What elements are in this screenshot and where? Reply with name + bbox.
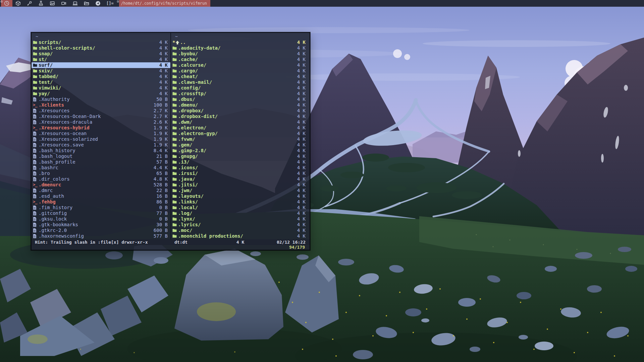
- file-row[interactable]: >_ * .claws-mail/ 4 K: [171, 79, 310, 85]
- file-row[interactable]: >_ * .Xauthority 50 B: [32, 97, 170, 102]
- tag-2[interactable]: [12, 0, 24, 7]
- file-row[interactable]: >_ * .layouts/ 4 K: [171, 193, 310, 199]
- file-row[interactable]: >_ * .lyrics/ 4 K: [171, 222, 310, 228]
- file-row[interactable]: >_ * .cache/ 4 K: [171, 57, 310, 62]
- file-row[interactable]: >_ * .electron/ 4 K: [171, 125, 310, 131]
- file-row[interactable]: >_ * st/ 4 K: [32, 57, 170, 62]
- file-row[interactable]: >_ * vimwiki/ 4 K: [32, 85, 170, 91]
- file-row[interactable]: >_ * .gnupg/ 4 K: [171, 154, 310, 159]
- file-row[interactable]: >_ * .dbus/ 4 K: [171, 97, 310, 102]
- file-row[interactable]: >_ * .Xresources-hybrid 1.9 K: [32, 125, 170, 131]
- tag-9[interactable]: [92, 0, 104, 7]
- file-name: .lyrics/: [178, 222, 297, 228]
- file-row[interactable]: >_ * .bro 65 B: [32, 171, 170, 176]
- file-row[interactable]: >_ * .electron-gyp/ 4 K: [171, 131, 310, 136]
- file-row[interactable]: >_ * .fim_history 0 B: [32, 205, 170, 210]
- folder-icon: [172, 155, 178, 158]
- file-name: .bash_logout: [39, 154, 156, 159]
- layout-indicator[interactable]: []=: [106, 1, 114, 6]
- file-row[interactable]: >_ * snap/ 4 K: [32, 51, 170, 57]
- file-row[interactable]: >_ * .crossftp/ 4 K: [171, 91, 310, 97]
- file-row[interactable]: >_ * .dmrc 22 B: [32, 188, 170, 193]
- file-row[interactable]: >_ * scripts/ 4 K: [32, 40, 170, 45]
- file-icon: [33, 223, 38, 227]
- file-row[interactable]: >_ * .Xclients 100 B: [32, 102, 170, 108]
- left-file-list[interactable]: >_ * scripts/ 4 K >_ *: [32, 40, 170, 239]
- right-pane[interactable]: ~ >_ * .. 4 K: [171, 33, 310, 239]
- file-row[interactable]: >_ * .dmenu/ 4 K: [171, 102, 310, 108]
- file-row[interactable]: >_ * .log/ 4 K: [171, 210, 310, 216]
- file-row[interactable]: >_ * .moc/ 4 K: [171, 228, 310, 233]
- file-row[interactable]: >_ * .. 4 K: [171, 40, 310, 45]
- file-row[interactable]: >_ * .links/ 4 K: [171, 199, 310, 205]
- tag-1[interactable]: [1, 0, 12, 7]
- file-row[interactable]: >_ * .gimp-2.8/ 4 K: [171, 148, 310, 154]
- file-row[interactable]: >_ * .byobu/ 4 K: [171, 51, 310, 57]
- file-row[interactable]: >_ * .bash_history 8.4 K: [32, 148, 170, 154]
- file-row[interactable]: >_ * tabbed/ 4 K: [32, 74, 170, 79]
- file-name: .dwm/: [178, 119, 297, 125]
- tag-7[interactable]: [69, 0, 81, 7]
- file-row[interactable]: >_ * .dropbox/ 4 K: [171, 108, 310, 114]
- up-arrow-icon: *: [172, 40, 180, 45]
- file-row[interactable]: >_ * .local/ 4 K: [171, 205, 310, 210]
- file-row[interactable]: >_ * .haxornewsconfig 577 B: [32, 233, 170, 239]
- file-icon: [33, 154, 38, 159]
- file-row[interactable]: >_ * .fehbg 86 B: [32, 199, 170, 205]
- file-row[interactable]: >_ * .lynx/ 4 K: [171, 216, 310, 222]
- file-row[interactable]: >_ * .Xresources-solarized 1.9 K: [32, 136, 170, 142]
- file-row[interactable]: >_ * .Xresources-dracula 2.6 K: [32, 119, 170, 125]
- file-row[interactable]: >_ * .fvwm/ 4 K: [171, 136, 310, 142]
- tag-6[interactable]: [58, 0, 69, 7]
- file-row[interactable]: >_ * .icons/ 4 K: [171, 165, 310, 171]
- file-row[interactable]: >_ * .cheat/ 4 K: [171, 74, 310, 79]
- file-row[interactable]: >_ * .Xresources-Ocean-Dark 2.7 K: [32, 114, 170, 119]
- file-row[interactable]: >_ * .config/ 4 K: [171, 85, 310, 91]
- tag-8[interactable]: [81, 0, 92, 7]
- file-row[interactable]: >_ * .dropbox-dist/ 4 K: [171, 114, 310, 119]
- file-row[interactable]: >_ * .moonchild productions/ 4 K: [171, 233, 310, 239]
- file-icon: [33, 160, 38, 164]
- right-file-list[interactable]: >_ * .. 4 K >_ *: [171, 40, 310, 239]
- file-row[interactable]: >_ * .jwm/ 4 K: [171, 188, 310, 193]
- file-row[interactable]: >_ * .java/ 4 K: [171, 176, 310, 182]
- file-row[interactable]: >_ * .Xresources.save 1.9 K: [32, 142, 170, 148]
- tag-3[interactable]: [24, 0, 35, 7]
- file-size: 4 K: [297, 114, 306, 119]
- folder-icon: [172, 69, 178, 73]
- file-row[interactable]: >_ * .bash_profile 57 B: [32, 159, 170, 165]
- file-size: 100 B: [154, 102, 168, 108]
- file-row[interactable]: >_ * .Xresources-ocean 1.9 K: [32, 131, 170, 136]
- file-row[interactable]: >_ * .irssi/ 4 K: [171, 171, 310, 176]
- file-row[interactable]: >_ * .bash_logout 21 B: [32, 154, 170, 159]
- file-row[interactable]: >_ * .bashrc 4.4 K: [32, 165, 170, 171]
- file-row[interactable]: >_ * .gitconfig 77 B: [32, 210, 170, 216]
- file-row[interactable]: >_ * .calcurse/ 4 K: [171, 62, 310, 68]
- left-pane[interactable]: ~ >_ * scripts/ 4 K: [32, 33, 171, 239]
- file-row[interactable]: >_ * .Xresources 2.7 K: [32, 108, 170, 114]
- file-row[interactable]: >_ * sxiv/ 4 K: [32, 68, 170, 74]
- file-row[interactable]: >_ * shell-color-scripts/ 4 K: [32, 45, 170, 51]
- file-row[interactable]: >_ * .jitsi/ 4 K: [171, 182, 310, 188]
- file-row[interactable]: >_ * surf/ 4 K: [32, 62, 170, 68]
- tag-4[interactable]: [35, 0, 47, 7]
- file-row[interactable]: >_ * .cargo/ 4 K: [171, 68, 310, 74]
- file-row[interactable]: >_ * .gem/ 4 K: [171, 142, 310, 148]
- file-row[interactable]: >_ * .gtk-bookmarks 30 B: [32, 222, 170, 228]
- file-row[interactable]: >_ * .dir_colors 4.8 K: [32, 176, 170, 182]
- file-row[interactable]: >_ * .gtkrc-2.0 600 B: [32, 228, 170, 233]
- file-name: .bash_history: [39, 148, 154, 154]
- tag-5[interactable]: [47, 0, 58, 7]
- file-row[interactable]: >_ * .dwm/ 4 K: [171, 119, 310, 125]
- file-row[interactable]: >_ * .gksu.lock 0 B: [32, 216, 170, 222]
- vifm-file-manager-window[interactable]: ~ >_ * scripts/ 4 K: [31, 32, 310, 250]
- file-row[interactable]: >_ * .esd_auth 16 B: [32, 193, 170, 199]
- folder-icon: [172, 92, 178, 96]
- terminal-prompt-icon: >_: [33, 199, 38, 205]
- file-row[interactable]: >_ * .dmenurc 528 B: [32, 182, 170, 188]
- file-row[interactable]: >_ * test/ 4 K: [32, 79, 170, 85]
- file-row[interactable]: >_ * yay/ 4 K: [32, 91, 170, 97]
- file-row[interactable]: >_ * .audacity-data/ 4 K: [171, 45, 310, 51]
- file-row[interactable]: >_ * .i3/ 4 K: [171, 159, 310, 165]
- file-name: scripts/: [39, 40, 159, 45]
